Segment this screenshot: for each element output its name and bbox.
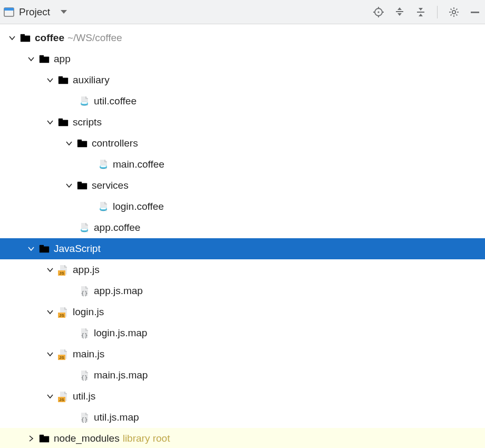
settings-button[interactable] (447, 5, 461, 19)
folder-icon (38, 242, 51, 255)
tree-node-main-js[interactable]: main.js (0, 344, 485, 365)
coffee-file-icon (97, 200, 110, 213)
folder-icon (19, 32, 32, 44)
node-label: login.js (73, 306, 104, 318)
node-label: main.coffee (113, 159, 164, 170)
node-label: login.js.map (94, 327, 147, 339)
folder-icon (38, 432, 51, 445)
chevron-down-icon[interactable] (45, 265, 55, 275)
tree-node-app-js[interactable]: app.js (0, 259, 485, 280)
tree-node-auxiliary[interactable]: auxiliary (0, 70, 485, 91)
coffee-file-icon (78, 221, 91, 234)
node-label: coffee (35, 32, 64, 44)
tree-node-app-js-map[interactable]: app.js.map (0, 280, 485, 301)
node-label: main.js.map (94, 369, 148, 381)
tree-node-login-js-map[interactable]: login.js.map (0, 323, 485, 344)
tree-node-login-coffee[interactable]: login.coffee (0, 196, 485, 217)
node-label: controllers (92, 138, 138, 149)
folder-icon (76, 179, 89, 192)
library-root-tag: library root (123, 433, 170, 444)
node-label: util.js.map (94, 412, 139, 423)
chevron-down-icon[interactable] (45, 392, 55, 401)
tree-node-login-js[interactable]: login.js (0, 301, 485, 323)
chevron-down-icon[interactable] (45, 75, 55, 85)
tree-node-main-js-map[interactable]: main.js.map (0, 365, 485, 386)
tree-node-javascript[interactable]: JavaScript (0, 238, 485, 259)
node-label: app.js.map (94, 285, 143, 297)
tree-node-node-modules[interactable]: node_modules library root (0, 428, 485, 448)
js-file-icon (57, 306, 70, 318)
chevron-down-icon[interactable] (45, 349, 55, 359)
map-file-icon (78, 411, 91, 424)
collapse-all-button[interactable] (414, 5, 428, 19)
tree-node-controllers[interactable]: controllers (0, 133, 485, 154)
folder-icon (38, 53, 51, 65)
node-label: node_modules (54, 433, 120, 444)
node-label: auxiliary (73, 74, 110, 86)
map-file-icon (78, 327, 91, 339)
chevron-down-icon[interactable] (64, 139, 74, 148)
tree-node-util-js-map[interactable]: util.js.map (0, 407, 485, 428)
toolbar-separator (437, 6, 438, 18)
tree-node-app[interactable]: app (0, 48, 485, 70)
chevron-down-icon[interactable] (26, 54, 36, 64)
view-selector-dropdown-icon[interactable] (61, 10, 67, 14)
node-label: JavaScript (54, 243, 101, 255)
project-view-icon (3, 6, 15, 18)
tree-node-app-coffee[interactable]: app.coffee (0, 217, 485, 238)
coffee-file-icon (78, 95, 91, 108)
node-label: util.coffee (94, 95, 137, 107)
map-file-icon (78, 285, 91, 297)
chevron-down-icon[interactable] (26, 244, 36, 254)
js-file-icon (57, 348, 70, 361)
node-path: ~/WS/coffee (67, 32, 122, 44)
locate-button[interactable] (372, 5, 385, 19)
folder-icon (76, 137, 89, 150)
node-label: app.js (73, 264, 100, 276)
js-file-icon (57, 390, 70, 403)
folder-icon (57, 74, 70, 86)
map-file-icon (78, 369, 91, 382)
hide-button[interactable] (468, 5, 482, 19)
node-label: main.js (73, 348, 104, 360)
chevron-right-icon[interactable] (26, 434, 36, 443)
node-label: util.js (73, 391, 95, 402)
node-label: login.coffee (113, 201, 164, 212)
node-label: app (54, 53, 71, 65)
coffee-file-icon (97, 158, 110, 171)
tree-node-util-js[interactable]: util.js (0, 386, 485, 407)
chevron-down-icon[interactable] (45, 118, 55, 127)
chevron-down-icon[interactable] (64, 181, 74, 190)
node-label: services (92, 180, 129, 191)
tree-node-scripts[interactable]: scripts (0, 112, 485, 133)
folder-icon (57, 116, 70, 129)
toolbar: Project (0, 0, 485, 24)
tree-node-main-coffee[interactable]: main.coffee (0, 154, 485, 175)
js-file-icon (57, 264, 70, 276)
tree-node-services[interactable]: services (0, 175, 485, 196)
expand-all-button[interactable] (393, 5, 406, 19)
tree-node-root[interactable]: coffee ~/WS/coffee (0, 27, 485, 48)
chevron-down-icon[interactable] (7, 33, 17, 43)
chevron-down-icon[interactable] (45, 307, 55, 317)
view-selector-label[interactable]: Project (19, 6, 50, 18)
project-tree: coffee ~/WS/coffee app auxiliary util.co… (0, 24, 485, 448)
node-label: app.coffee (94, 222, 140, 233)
tree-node-util-coffee[interactable]: util.coffee (0, 91, 485, 112)
node-label: scripts (73, 116, 102, 128)
